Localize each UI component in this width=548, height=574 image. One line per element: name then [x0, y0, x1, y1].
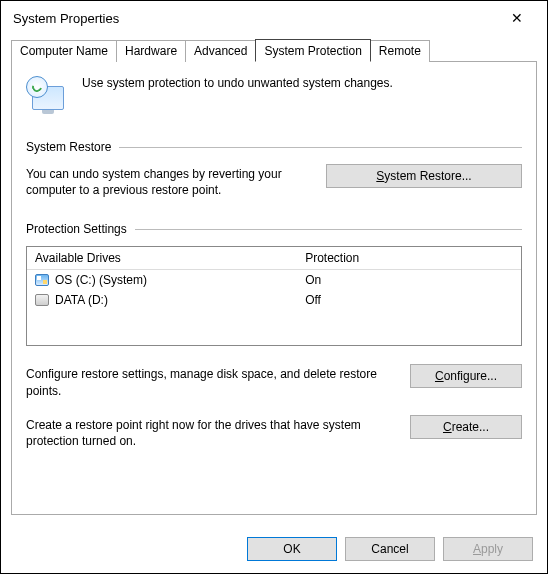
create-button[interactable]: Create... [410, 415, 522, 439]
restore-desc: You can undo system changes by reverting… [26, 164, 312, 198]
drive-protection: Off [305, 293, 513, 307]
drive-os-icon [35, 274, 49, 286]
table-row[interactable]: OS (C:) (System) On [27, 270, 521, 290]
table-row[interactable]: DATA (D:) Off [27, 290, 521, 310]
tab-panel: Use system protection to undo unwanted s… [11, 61, 537, 515]
intro-text: Use system protection to undo unwanted s… [82, 76, 393, 90]
tab-advanced[interactable]: Advanced [185, 40, 256, 62]
tab-computer-name[interactable]: Computer Name [11, 40, 117, 62]
divider [119, 147, 522, 148]
drive-label: DATA (D:) [55, 293, 108, 307]
section-protection-settings: Protection Settings [26, 222, 522, 236]
intro-row: Use system protection to undo unwanted s… [26, 76, 522, 120]
drive-protection: On [305, 273, 513, 287]
section-system-restore: System Restore [26, 140, 522, 154]
tab-system-protection[interactable]: System Protection [255, 39, 370, 62]
divider [135, 229, 522, 230]
dialog-footer: OK Cancel Apply [1, 529, 547, 573]
section-heading: Protection Settings [26, 222, 127, 236]
apply-button[interactable]: Apply [443, 537, 533, 561]
create-desc: Create a restore point right now for the… [26, 415, 396, 449]
drive-hdd-icon [35, 294, 49, 306]
restore-row: You can undo system changes by reverting… [26, 164, 522, 198]
drive-label: OS (C:) (System) [55, 273, 147, 287]
close-icon[interactable]: ✕ [497, 4, 537, 32]
col-drives: Available Drives [35, 251, 305, 265]
configure-desc: Configure restore settings, manage disk … [26, 364, 396, 398]
section-heading: System Restore [26, 140, 111, 154]
drives-table: Available Drives Protection OS (C:) (Sys… [26, 246, 522, 346]
system-restore-button[interactable]: System Restore... [326, 164, 522, 188]
tab-strip: Computer Name Hardware Advanced System P… [11, 40, 537, 62]
table-header: Available Drives Protection [27, 247, 521, 270]
content-area: Computer Name Hardware Advanced System P… [1, 35, 547, 529]
create-row: Create a restore point right now for the… [26, 415, 522, 449]
system-protection-icon [26, 76, 70, 120]
configure-row: Configure restore settings, manage disk … [26, 364, 522, 398]
tab-hardware[interactable]: Hardware [116, 40, 186, 62]
ok-button[interactable]: OK [247, 537, 337, 561]
cancel-button[interactable]: Cancel [345, 537, 435, 561]
tab-remote[interactable]: Remote [370, 40, 430, 62]
title-bar: System Properties ✕ [1, 1, 547, 35]
window-title: System Properties [13, 11, 119, 26]
configure-button[interactable]: Configure... [410, 364, 522, 388]
col-protection: Protection [305, 251, 513, 265]
